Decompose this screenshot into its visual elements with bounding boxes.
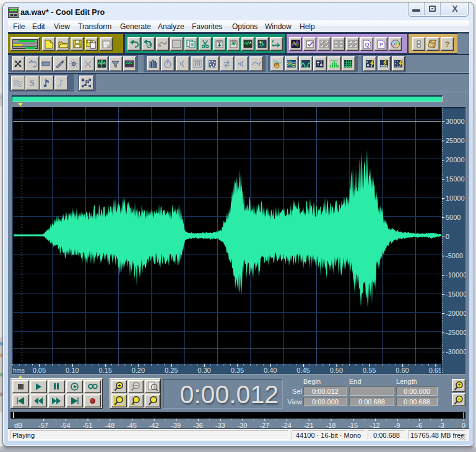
svg-text:-20000: -20000 bbox=[446, 310, 466, 317]
svg-text:0.45: 0.45 bbox=[296, 367, 309, 374]
svg-text:30000: 30000 bbox=[446, 118, 465, 125]
svg-text:-30000: -30000 bbox=[446, 348, 466, 355]
svg-text:20000: 20000 bbox=[446, 156, 465, 163]
svg-text:-25000: -25000 bbox=[446, 329, 466, 336]
svg-text:5000: 5000 bbox=[446, 214, 461, 221]
svg-text:-10000: -10000 bbox=[446, 271, 466, 279]
svg-text:0.40: 0.40 bbox=[264, 367, 277, 374]
svg-text:0.30: 0.30 bbox=[197, 367, 210, 374]
svg-text:Q: Q bbox=[365, 41, 369, 48]
svg-text:15000: 15000 bbox=[446, 175, 465, 183]
svg-text:-5000: -5000 bbox=[446, 252, 463, 259]
svg-text:0.50: 0.50 bbox=[330, 367, 343, 374]
svg-text:25000: 25000 bbox=[446, 137, 465, 144]
svg-text:0.15: 0.15 bbox=[98, 367, 111, 374]
svg-text:0: 0 bbox=[446, 233, 449, 240]
svg-text:hms: hms bbox=[13, 367, 25, 374]
svg-text:0.60: 0.60 bbox=[396, 367, 409, 374]
svg-text:P: P bbox=[379, 41, 383, 48]
svg-text:0.65: 0.65 bbox=[429, 367, 441, 374]
svg-text:-15000: -15000 bbox=[446, 290, 466, 298]
svg-text:0.10: 0.10 bbox=[66, 367, 79, 374]
svg-text:sss: sss bbox=[380, 64, 387, 68]
svg-text:0.25: 0.25 bbox=[165, 367, 178, 374]
svg-text:S: S bbox=[30, 79, 35, 87]
svg-text:0.05: 0.05 bbox=[33, 367, 46, 374]
svg-text:0.55: 0.55 bbox=[363, 367, 376, 374]
svg-text:0.20: 0.20 bbox=[132, 367, 145, 374]
svg-text:0.35: 0.35 bbox=[231, 367, 244, 374]
svg-text:10000: 10000 bbox=[446, 194, 465, 202]
